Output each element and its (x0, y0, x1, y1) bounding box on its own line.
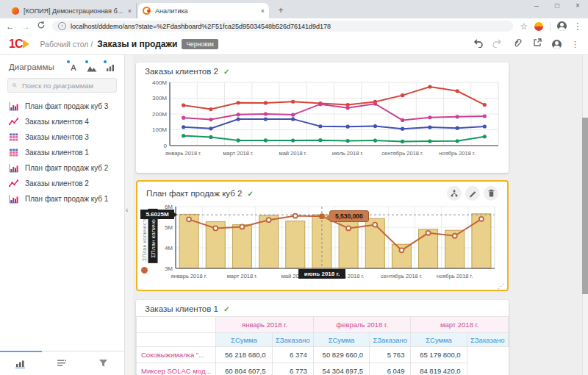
search-input[interactable] (21, 81, 112, 90)
forward-button[interactable]: → (21, 21, 30, 32)
card-title: План факт продаж куб 2 (146, 189, 242, 198)
plan-fact-2-chart[interactable]: ΣПлан количество ΣПлан количест 5.6025M … (142, 202, 507, 292)
check-icon: ✓ (223, 305, 229, 313)
sidebar-item-label: План факт продаж куб 1 (25, 195, 108, 203)
tab-filter[interactable] (83, 351, 124, 375)
bar-chart-icon (9, 194, 18, 204)
scrollbar-thumb[interactable] (582, 118, 588, 294)
measure-header[interactable]: ΣЗаказано (467, 333, 508, 347)
table-cell: 6 374 (272, 347, 313, 363)
undo-button[interactable] (473, 38, 483, 51)
add-text-button[interactable]: A (68, 62, 79, 72)
browser-menu-icon[interactable]: ⋮ (573, 21, 582, 32)
window-maximize-button[interactable]: □ (553, 1, 562, 10)
edit-button[interactable] (465, 186, 480, 201)
sidebar-gutter: ‹ (125, 55, 133, 375)
svg-text:март 2018 г.: март 2018 г. (227, 273, 258, 279)
svg-text:сентябрь 2018 г.: сентябрь 2018 г. (381, 150, 423, 157)
resize-handle[interactable]: ⋰ (498, 282, 504, 290)
search-icon (12, 82, 17, 89)
browser-tab-2[interactable]: Аналитика × (138, 3, 269, 18)
structure-button[interactable] (447, 186, 462, 201)
sidebar-item-4[interactable]: План факт продаж куб 2 (0, 160, 124, 176)
table-cell: 65 179 800,0 (411, 347, 467, 363)
window-minimize-button[interactable]: – (532, 1, 541, 10)
bar-chart-tab-icon (15, 359, 26, 368)
bar-chart-icon (106, 63, 115, 72)
svg-text:4M: 4M (165, 245, 173, 251)
svg-text:март 2018 г.: март 2018 г. (223, 150, 254, 157)
card-title: Заказы клиентов 2 (145, 67, 218, 76)
sidebar-item-3[interactable]: Заказы клиентов 1 (0, 145, 124, 160)
sidebar-item-label: Заказы клиентов 4 (25, 118, 89, 126)
logo-text: 1С (9, 38, 22, 51)
measure-header[interactable]: ΣСумма (411, 333, 467, 347)
bar-chart-icon (9, 163, 18, 173)
app-menu-icon[interactable]: ⋮ (571, 40, 579, 49)
month-header[interactable]: январь 2018 г. (216, 317, 314, 333)
add-image-button[interactable] (87, 62, 97, 72)
scrollbar-track[interactable] (582, 55, 588, 375)
sidebar-title: Диаграммы (9, 63, 68, 71)
search-box[interactable] (7, 78, 117, 93)
delete-button[interactable] (484, 186, 498, 201)
tab1-close-icon[interactable]: × (128, 7, 132, 15)
measure-header[interactable]: ΣСумма (313, 333, 369, 347)
measure-header[interactable]: ΣЗаказано (370, 333, 411, 347)
orders-table-body: Соковыжималка "...56 218 680,06 37450 82… (137, 347, 509, 375)
new-tab-button[interactable]: + (275, 4, 287, 16)
orders-clients-2-chart[interactable]: 0100M200M300M400Mянварь 2018 г.март 2018… (140, 77, 509, 167)
table-cell: 60 804 607,5 (216, 363, 272, 375)
open-in-new-icon[interactable] (532, 38, 542, 51)
row-label-link[interactable]: Миксер SOLAC мод... (137, 363, 216, 375)
line-chart-svg: 0100M200M300M400Mянварь 2018 г.март 2018… (140, 77, 504, 164)
window-close-button[interactable]: × (573, 1, 582, 10)
svg-text:400M: 400M (152, 79, 167, 86)
legend-marker[interactable] (141, 267, 148, 274)
site-info-icon[interactable]: i (58, 22, 66, 30)
line-chart-icon (9, 117, 18, 126)
sidebar-item-1[interactable]: Заказы клиентов 4 (0, 114, 124, 129)
add-chart-button[interactable] (105, 62, 115, 72)
back-button[interactable]: ← (6, 21, 15, 32)
table-row: Соковыжималка "...56 218 680,06 37450 82… (137, 347, 509, 363)
card-orders-clients-2[interactable]: Заказы клиентов 2 ✓ 0100M200M300M400Mянв… (136, 63, 509, 173)
bookmark-star-icon[interactable]: ☆ (520, 21, 528, 32)
table-cell: 5 763 (370, 347, 411, 363)
extension-icon[interactable] (534, 22, 543, 31)
redo-button[interactable] (492, 38, 503, 51)
app-header: 1С Рабочий стол / Заказы и продажи Черно… (0, 34, 588, 55)
1c-logo: 1С (9, 38, 29, 51)
user-avatar-icon[interactable] (552, 40, 562, 49)
month-header[interactable]: март 2018 г. (411, 317, 509, 333)
table-cell: 50 829 660,0 (313, 347, 369, 363)
tab2-close-icon[interactable]: × (261, 7, 265, 15)
status-badge: Черновик (182, 39, 218, 49)
breadcrumb[interactable]: Рабочий стол / (40, 40, 93, 49)
card-plan-fact-2[interactable]: План факт продаж куб 2 ✓ ΣПлан количеств… (136, 180, 509, 291)
sidebar-item-label: Заказы клиентов 1 (25, 149, 89, 157)
browser-tab-1[interactable]: [КОПИЯ] Демонстрационная б... × (7, 3, 137, 18)
browser-profile-icon[interactable] (557, 21, 567, 31)
card-orders-clients-1[interactable]: Заказы клиентов 1 ✓ январь 2018 г.феврал… (136, 300, 509, 375)
tab-list[interactable] (41, 351, 82, 375)
reload-button[interactable] (37, 21, 46, 32)
sidebar-item-5[interactable]: Заказы клиентов 2 (0, 176, 124, 191)
measure-header[interactable]: ΣЗаказано (272, 333, 313, 347)
tab-diagrams[interactable] (0, 351, 41, 375)
mountains-icon (87, 64, 97, 72)
link-paperclip-icon[interactable] (512, 38, 523, 51)
collapse-sidebar-handle[interactable]: ‹ (126, 206, 128, 214)
notification-dot (104, 60, 107, 63)
month-header[interactable]: февраль 2018 г. (313, 317, 411, 333)
table-icon (9, 148, 18, 157)
sidebar-item-6[interactable]: План факт продаж куб 1 (0, 191, 124, 207)
url-bar[interactable]: i localhost/dddemo/ans?state=%2Fdashboar… (52, 21, 513, 32)
hierarchy-icon (450, 189, 459, 198)
sidebar-item-0[interactable]: План факт продаж куб 3 (0, 99, 124, 114)
notification-dot (85, 60, 88, 63)
page-title: Заказы и продажи (97, 39, 177, 49)
row-label-link[interactable]: Соковыжималка "... (137, 347, 216, 363)
sidebar-item-2[interactable]: Заказы клиентов 3 (0, 129, 124, 145)
measure-header[interactable]: ΣСумма (216, 333, 272, 347)
